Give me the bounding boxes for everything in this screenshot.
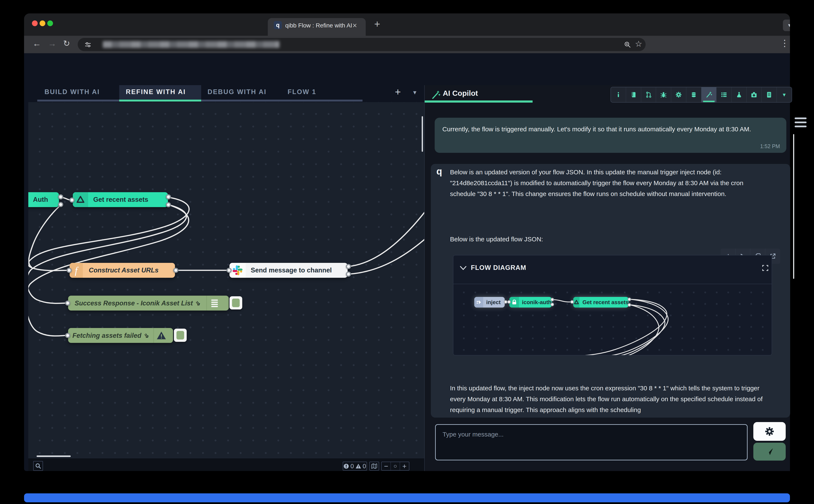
node-auth[interactable]: Auth (28, 192, 59, 207)
node-success-debug-toggle[interactable] (229, 296, 242, 309)
tab-debug-with-ai[interactable]: DEBUG WITH AI (208, 88, 267, 96)
node-auth-output-port-1[interactable] (58, 194, 63, 199)
bug-tool-icon[interactable] (656, 87, 671, 102)
node-fetching-failed[interactable]: Fetching assets failed ⇘ (68, 328, 173, 343)
canvas-vertical-scrollbar[interactable] (422, 116, 423, 152)
diagram-node-inject[interactable]: inject (474, 297, 505, 308)
tab-build-with-ai[interactable]: BUILD WITH AI (44, 88, 100, 96)
zoom-out-icon[interactable]: − (382, 462, 391, 470)
user-message-time: 1:52 PM (760, 143, 780, 149)
node-get-output-port-1[interactable] (166, 194, 171, 199)
flow-list-caret-icon[interactable]: ▾ (413, 89, 416, 96)
fullscreen-icon[interactable] (762, 265, 768, 271)
traffic-zoom-icon[interactable] (47, 20, 53, 26)
collapse-chevron-icon[interactable] (460, 266, 467, 270)
node-send-output-port-2[interactable] (346, 272, 351, 277)
zoom-reset-icon[interactable]: ○ (391, 462, 400, 470)
auth-output-port-2[interactable] (550, 303, 554, 306)
slack-icon (229, 263, 246, 278)
node-send-message[interactable]: Send message to channel (229, 263, 348, 278)
list-tool-icon[interactable] (717, 87, 732, 102)
tab-refine-with-ai[interactable]: REFINE WITH AI (126, 88, 186, 96)
copilot-settings-button[interactable] (753, 422, 786, 441)
warning-icon (355, 464, 361, 469)
hamburger-menu-icon[interactable] (795, 117, 807, 127)
browser-tabstrip: q qibb Flow : Refine with AI × + ▾ (24, 13, 790, 36)
copilot-scrollbar[interactable] (793, 134, 794, 279)
node-send-input-port[interactable] (226, 268, 232, 273)
user-message-text: Currently, the flow is triggered manuall… (442, 124, 757, 134)
forward-icon[interactable]: → (48, 39, 56, 48)
diagram-node-iconik-auth[interactable]: iconik-auth (509, 297, 552, 308)
bookmark-star-icon[interactable]: ☆ (635, 39, 642, 49)
branch-tool-icon[interactable] (641, 87, 656, 102)
url-bar[interactable]: ☆ (78, 38, 646, 51)
tab-flow-1[interactable]: FLOW 1 (288, 88, 316, 96)
user-message-bubble: Currently, the flow is triggered manuall… (435, 118, 786, 153)
add-flow-icon[interactable]: + (395, 86, 401, 98)
traffic-minimize-icon[interactable] (40, 20, 45, 26)
node-construct-asset-urls[interactable]: f Construct Asset URLs (70, 263, 175, 278)
flask-tool-icon[interactable] (732, 87, 747, 102)
reload-icon[interactable]: ↻ (63, 39, 70, 48)
docs-tool-icon[interactable] (626, 87, 641, 102)
node-fetching-input-port[interactable] (65, 333, 70, 338)
warning-count: 0 (363, 463, 366, 470)
copilot-tool-icon[interactable] (701, 87, 717, 102)
get-output-port-1[interactable] (628, 298, 631, 301)
error-warning-counter[interactable]: 0 0 (343, 462, 367, 471)
document-tool-icon[interactable] (762, 87, 777, 102)
layers-tool-icon[interactable] (686, 87, 701, 102)
zoom-controls: − ○ + (381, 462, 409, 471)
browser-menu-icon[interactable]: ⋮ (780, 38, 789, 48)
node-construct-input-port[interactable] (67, 268, 72, 273)
minimap-button[interactable] (369, 462, 379, 471)
diagram-wires (453, 284, 772, 355)
node-success-input-port[interactable] (65, 301, 70, 306)
inject-output-port[interactable] (504, 300, 507, 304)
diagram-node-get-recent[interactable]: Get recent assets (573, 297, 629, 308)
wand-icon (431, 90, 440, 100)
iconik-icon (73, 192, 88, 207)
app-header: qibb Copilot Demo Roman's Space Save ▾ R… (24, 53, 790, 85)
auth-output-port-1[interactable] (550, 298, 554, 301)
send-icon (765, 447, 774, 456)
tab-active-indicator (119, 100, 201, 102)
flow-canvas[interactable]: Auth Get recent assets f Construct Asset… (28, 102, 424, 458)
traffic-close-icon[interactable] (32, 20, 38, 26)
node-fetching-debug-toggle[interactable] (174, 329, 187, 342)
new-tab-icon[interactable]: + (374, 18, 380, 30)
auth-input-port[interactable] (507, 300, 511, 304)
canvas-search-button[interactable] (33, 461, 43, 471)
node-construct-output-port[interactable] (173, 268, 178, 273)
settings-tool-icon[interactable] (671, 87, 686, 102)
node-divider (206, 296, 207, 311)
message-input[interactable] (436, 425, 747, 460)
browser-tab[interactable]: q qibb Flow : Refine with AI × (268, 18, 366, 36)
diagram-node-get-recent-label: Get recent assets (582, 299, 629, 306)
node-send-output-port-1[interactable] (346, 264, 351, 269)
window-caret-icon[interactable]: ▾ (783, 20, 790, 31)
tab-close-icon[interactable]: × (353, 21, 357, 30)
node-auth-output-port-2[interactable] (58, 202, 63, 207)
info-tool-icon[interactable] (611, 87, 626, 102)
node-get-recent-assets[interactable]: Get recent assets (73, 192, 168, 207)
node-get-input-port[interactable] (69, 198, 75, 203)
node-success-response[interactable]: Success Response - Iconik Asset List ⇘ (68, 296, 229, 311)
node-get-output-port-2[interactable] (166, 202, 171, 207)
medkit-tool-icon[interactable] (747, 87, 762, 102)
back-icon[interactable]: ← (33, 39, 41, 48)
send-message-button[interactable] (753, 443, 786, 461)
assistant-paragraph-1: Below is an updated version of your flow… (450, 167, 760, 199)
zoom-in-icon[interactable]: + (400, 462, 409, 470)
canvas-horizontal-scrollbar[interactable] (37, 455, 71, 457)
zoom-page-icon[interactable] (624, 41, 631, 48)
get-input-port[interactable] (570, 300, 574, 304)
node-get-recent-assets-label: Get recent assets (93, 196, 148, 203)
site-settings-icon[interactable] (85, 41, 91, 48)
diagram-node-iconik-auth-label: iconik-auth (522, 299, 552, 306)
diagram-canvas[interactable]: inject iconik-auth Get recent assets (453, 284, 772, 355)
get-output-port-2[interactable] (628, 303, 631, 307)
toolbar-caret-icon[interactable]: ▾ (777, 87, 792, 102)
error-count: 0 (350, 463, 354, 470)
